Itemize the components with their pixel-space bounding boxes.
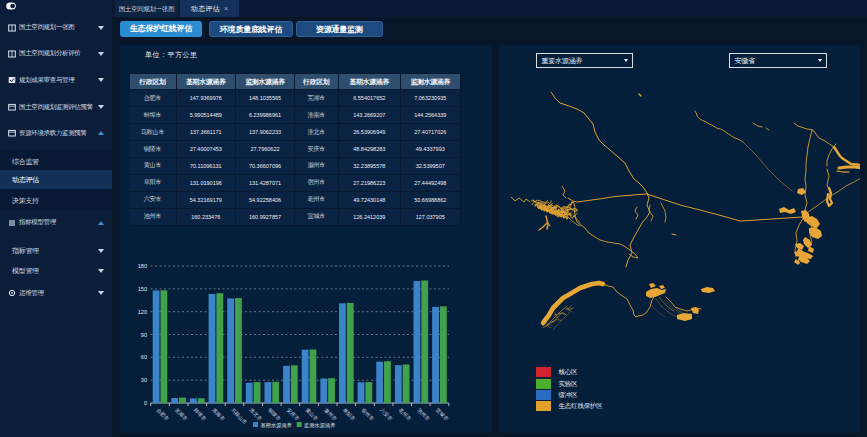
svg-text:安庆市: 安庆市	[286, 407, 301, 422]
svg-text:淮南市: 淮南市	[211, 407, 227, 423]
svg-text:亳州市: 亳州市	[398, 407, 413, 422]
svg-text:宣城市: 宣城市	[435, 407, 450, 422]
svg-text:120: 120	[138, 309, 147, 315]
svg-text:0: 0	[144, 400, 147, 406]
svg-text:铜陵市: 铜陵市	[267, 407, 282, 422]
svg-text:马鞍山市: 马鞍山市	[230, 407, 248, 425]
svg-text:180: 180	[138, 263, 147, 269]
svg-text:芜湖市: 芜湖市	[173, 407, 189, 423]
svg-text:监测水源涵养: 监测水源涵养	[304, 422, 336, 429]
svg-text:滁州市: 滁州市	[322, 407, 338, 423]
svg-text:阜阳市: 阜阳市	[341, 407, 357, 423]
svg-text:基期水源涵养: 基期水源涵养	[261, 422, 293, 429]
svg-text:30: 30	[141, 377, 147, 383]
svg-text:六安市: 六安市	[379, 407, 394, 422]
svg-text:90: 90	[141, 332, 147, 338]
svg-text:池州市: 池州市	[416, 407, 432, 423]
svg-text:黄山市: 黄山市	[304, 407, 319, 422]
svg-text:蚌埠市: 蚌埠市	[193, 407, 208, 422]
svg-text:150: 150	[138, 286, 147, 292]
svg-text:宿州市: 宿州市	[360, 407, 375, 422]
svg-text:60: 60	[141, 354, 147, 360]
svg-text:淮北市: 淮北市	[248, 407, 264, 423]
svg-text:合肥市: 合肥市	[155, 407, 171, 423]
